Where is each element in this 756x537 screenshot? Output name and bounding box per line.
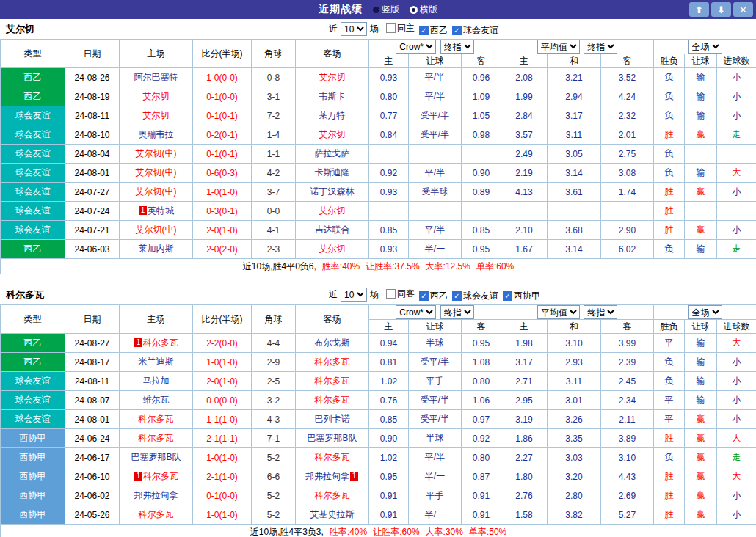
- team-link[interactable]: 1科尔多瓦: [134, 337, 178, 348]
- avg-odds-cell: 2.76: [501, 486, 548, 505]
- team-text: 艾尔切: [319, 72, 346, 82]
- avg-odds-cell: 2.75: [601, 145, 654, 164]
- col-home: 主场: [120, 305, 193, 334]
- odds-select-cell: Crow* 终指: [369, 40, 501, 54]
- average-final-select[interactable]: 终指: [584, 305, 617, 319]
- filter-checkbox[interactable]: ✓西乙: [419, 24, 448, 37]
- team-link[interactable]: 吉达联合: [315, 224, 350, 235]
- team-link[interactable]: 邦弗拉甸拿1: [305, 471, 359, 481]
- move-down-button[interactable]: ⬇: [711, 2, 731, 17]
- filter-checkbox[interactable]: 同主: [386, 22, 415, 34]
- odds-cell: 0.85: [369, 410, 409, 429]
- team-link[interactable]: 科尔多瓦: [315, 490, 350, 500]
- checkbox-label: 球会友谊: [463, 290, 498, 302]
- team-link[interactable]: 科尔多瓦: [315, 376, 350, 386]
- match-count-select[interactable]: 10: [341, 22, 367, 36]
- team-link[interactable]: 莱加内斯: [139, 244, 174, 254]
- team-link[interactable]: 萨拉戈萨: [315, 148, 350, 158]
- team-link[interactable]: 艾尔切(中): [136, 186, 177, 197]
- filter-checkbox[interactable]: ✓西乙: [419, 290, 448, 302]
- team-link[interactable]: 米兰迪斯: [139, 357, 174, 367]
- team-link[interactable]: 布尔戈斯: [315, 337, 350, 348]
- corner-cell: 5-2: [252, 505, 296, 525]
- team-link[interactable]: 马拉加: [143, 376, 170, 386]
- average-select[interactable]: 平均值: [537, 40, 580, 54]
- date-cell: 24-08-01: [65, 164, 120, 183]
- team-link[interactable]: 阿尔巴塞特: [134, 72, 178, 82]
- layout-vertical-radio[interactable]: 竖版: [373, 4, 399, 16]
- avg-odds-cell: 3.52: [601, 68, 654, 87]
- team-link[interactable]: 科尔多瓦: [315, 452, 350, 462]
- move-up-button[interactable]: ⬆: [689, 2, 709, 17]
- team-link[interactable]: 邦弗拉甸拿: [134, 490, 178, 500]
- team-link[interactable]: 艾尔切: [319, 205, 346, 216]
- team-text: 科尔多瓦: [139, 509, 174, 519]
- col-avg-away: 客: [601, 320, 654, 334]
- goals-result-cell: 大: [717, 429, 756, 448]
- close-button[interactable]: ✕: [733, 2, 753, 17]
- team-link[interactable]: 维尔瓦: [143, 395, 170, 405]
- match-row: 球会友谊24-07-241英特城0-3(0-1)0-0艾尔切胜: [1, 202, 756, 221]
- col-goals: 进球数: [717, 320, 756, 334]
- odds-final-select[interactable]: 终指: [440, 40, 474, 54]
- team-link[interactable]: 艾尔切(中): [136, 167, 177, 178]
- team-link[interactable]: 科尔多瓦: [139, 414, 174, 424]
- team-link[interactable]: 艾尔切: [319, 72, 346, 82]
- team-link[interactable]: 奥瑞韦拉: [139, 129, 174, 139]
- col-corner: 角球: [252, 305, 296, 334]
- score-cell: 2-0(2-0): [193, 240, 252, 259]
- avg-odds-cell: [548, 202, 601, 221]
- league-filter-checkboxes: 同主✓西乙✓球会友谊: [382, 22, 498, 37]
- match-row: 球会友谊24-08-01艾尔切(中)0-6(0-3)4-2卡斯迪隆0.92平/半…: [1, 164, 756, 183]
- team-link[interactable]: 艾尔切: [319, 244, 346, 254]
- team-link[interactable]: 艾基史拉斯: [310, 509, 355, 519]
- date-cell: 24-08-11: [65, 106, 120, 125]
- team-link[interactable]: 韦斯卡: [319, 91, 346, 101]
- team-link[interactable]: 巴塞罗那B队: [131, 452, 181, 462]
- team-link[interactable]: 艾尔切: [319, 129, 346, 139]
- bookmaker-select[interactable]: Crow*: [396, 40, 436, 54]
- odds-cell: 0.91: [369, 486, 409, 505]
- scope-select[interactable]: 全场: [688, 305, 722, 319]
- team-link[interactable]: 艾尔切: [143, 91, 170, 101]
- team-text: 艾尔切: [319, 205, 346, 216]
- team-link[interactable]: 诺丁汉森林: [310, 186, 355, 197]
- filter-checkbox[interactable]: 同客: [386, 288, 415, 300]
- team-link[interactable]: 科尔多瓦: [139, 509, 174, 519]
- odds-final-select[interactable]: 终指: [440, 305, 474, 319]
- league-type-cell: 西协甲: [1, 467, 65, 486]
- handicap-result-cell: 赢: [685, 221, 717, 240]
- average-final-select[interactable]: 终指: [584, 40, 617, 54]
- team-link[interactable]: 巴塞罗那B队: [307, 433, 357, 443]
- team-text: 布尔戈斯: [315, 337, 350, 348]
- date-cell: 24-08-10: [65, 125, 120, 145]
- team-link[interactable]: 科尔多瓦: [315, 357, 350, 367]
- checkbox-label: 西协甲: [514, 290, 540, 302]
- team-link[interactable]: 莱万特: [319, 110, 346, 120]
- team-link[interactable]: 巴列卡诺: [315, 414, 350, 424]
- team-link[interactable]: 艾尔切: [143, 110, 170, 120]
- team-link[interactable]: 艾尔切(中): [136, 148, 177, 158]
- team-link[interactable]: 艾尔切(中): [136, 224, 177, 235]
- scope-select[interactable]: 全场: [688, 40, 722, 54]
- col-score: 比分(半场): [193, 305, 252, 334]
- team-link[interactable]: 科尔多瓦: [139, 433, 174, 443]
- col-odds-away: 客: [462, 320, 501, 334]
- average-select[interactable]: 平均值: [537, 305, 580, 319]
- team-link[interactable]: 科尔多瓦: [315, 395, 350, 405]
- team-link[interactable]: 1英特城: [138, 205, 174, 216]
- match-count-select[interactable]: 10: [341, 288, 367, 302]
- filter-checkbox[interactable]: ✓西协甲: [503, 290, 540, 302]
- team-link[interactable]: 1科尔多瓦: [134, 471, 178, 481]
- bookmaker-select[interactable]: Crow*: [396, 305, 436, 319]
- layout-horizontal-radio[interactable]: 横版: [410, 4, 437, 16]
- team-link[interactable]: 卡斯迪隆: [315, 167, 350, 178]
- filter-checkbox[interactable]: ✓球会友谊: [452, 24, 498, 37]
- col-odds-handicap: 让球: [409, 320, 462, 334]
- filter-checkbox[interactable]: ✓球会友谊: [452, 290, 498, 302]
- team-text: 科尔多瓦: [315, 452, 350, 462]
- away-team-cell: 艾尔切: [296, 202, 369, 221]
- team-text: 吉达联合: [315, 224, 350, 235]
- goals-result-cell: [717, 202, 756, 221]
- league-type-cell: 球会友谊: [1, 410, 65, 429]
